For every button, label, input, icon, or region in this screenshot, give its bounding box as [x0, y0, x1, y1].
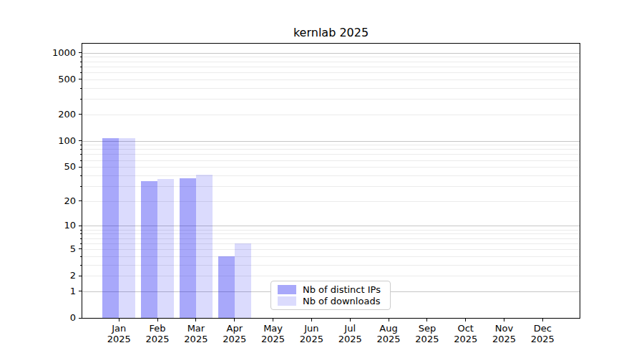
y-minor-tick-mark — [80, 62, 82, 62]
y-minor-tick-mark — [80, 149, 82, 150]
y-tick-mark — [79, 114, 82, 115]
grid-line-minor — [82, 149, 580, 150]
bar-downloads-apr — [235, 243, 251, 318]
grid-line-minor — [82, 175, 580, 176]
y-minor-tick-mark — [80, 230, 82, 231]
x-tick-mark — [273, 319, 273, 321]
grid-line-major — [82, 53, 580, 54]
y-tick-mark — [79, 140, 82, 141]
grid-line-minor — [82, 79, 580, 80]
y-minor-tick-mark — [80, 72, 82, 73]
y-tick-label: 5 — [33, 243, 76, 255]
x-tick-mark — [465, 319, 466, 321]
legend-item-distinct-ips: Nb of distinct IPs — [278, 284, 384, 295]
legend: Nb of distinct IPs Nb of downloads — [270, 281, 391, 310]
x-tick-mark — [426, 319, 427, 321]
y-minor-tick-mark — [80, 175, 82, 176]
legend-swatch-distinct-ips — [278, 285, 296, 294]
bar-downloads-feb — [157, 179, 174, 318]
bar-distinct-ips-feb — [141, 181, 157, 318]
x-tick-mark — [195, 319, 196, 321]
y-tick-mark — [79, 318, 82, 319]
y-tick-mark — [79, 52, 82, 53]
y-minor-tick-mark — [80, 99, 82, 100]
bar-distinct-ips-apr — [218, 256, 235, 318]
legend-item-downloads: Nb of downloads — [278, 296, 384, 306]
y-minor-tick-mark — [80, 243, 82, 244]
y-minor-tick-mark — [80, 57, 82, 57]
y-tick-mark — [79, 291, 82, 291]
bar-downloads-jan — [119, 138, 135, 318]
grid-line-minor — [82, 167, 580, 168]
bar-distinct-ips-jan — [102, 138, 119, 318]
y-minor-tick-mark — [80, 67, 82, 67]
y-minor-tick-mark — [80, 238, 82, 239]
grid-line-minor — [82, 154, 580, 155]
x-tick-mark — [119, 319, 119, 321]
x-tick-mark — [157, 319, 158, 321]
y-tick-mark — [79, 248, 82, 249]
chart-title: kernlab 2025 — [82, 26, 580, 39]
y-tick-label: 1 — [33, 286, 76, 297]
y-minor-tick-mark — [80, 186, 82, 187]
legend-swatch-downloads — [278, 296, 296, 306]
y-tick-label: 200 — [33, 109, 76, 120]
grid-line-major — [82, 141, 580, 142]
grid-line-minor — [82, 88, 580, 89]
grid-line-minor — [82, 57, 580, 57]
plot-area — [82, 43, 580, 319]
y-tick-mark — [79, 200, 82, 201]
y-tick-mark — [79, 276, 82, 276]
y-tick-label: 2 — [33, 270, 76, 281]
x-tick-mark — [350, 319, 351, 321]
y-tick-label: 500 — [33, 74, 76, 85]
y-tick-mark — [79, 167, 82, 168]
y-tick-label: 10 — [33, 220, 76, 231]
grid-line-minor — [82, 99, 580, 100]
y-tick-label: 50 — [33, 161, 76, 173]
x-tick-mark — [504, 319, 504, 321]
x-tick-label: Dec 2025 — [519, 323, 565, 344]
y-minor-tick-mark — [80, 154, 82, 155]
grid-line-minor — [82, 160, 580, 161]
bar-downloads-mar — [196, 175, 213, 318]
x-tick-mark — [311, 319, 312, 321]
y-tick-mark — [79, 226, 82, 226]
grid-line-minor — [82, 115, 580, 115]
y-minor-tick-mark — [80, 145, 82, 145]
grid-line-minor — [82, 62, 580, 62]
grid-line-minor — [82, 72, 580, 73]
x-tick-mark — [542, 319, 543, 321]
x-tick-mark — [389, 319, 389, 321]
y-tick-label: 1000 — [33, 47, 76, 59]
bar-distinct-ips-mar — [180, 178, 196, 318]
y-minor-tick-mark — [80, 88, 82, 89]
y-minor-tick-mark — [80, 256, 82, 257]
legend-label-distinct-ips: Nb of distinct IPs — [303, 284, 381, 295]
y-minor-tick-mark — [80, 233, 82, 234]
y-minor-tick-mark — [80, 160, 82, 161]
grid-line-minor — [82, 145, 580, 145]
legend-label-downloads: Nb of downloads — [303, 296, 380, 306]
download-stats-chart: kernlab 2025 01251020501002005001000Jan … — [0, 0, 644, 358]
grid-line-minor — [82, 67, 580, 67]
x-tick-mark — [234, 319, 235, 321]
y-tick-label: 0 — [33, 312, 76, 324]
y-tick-label: 20 — [33, 195, 76, 207]
y-minor-tick-mark — [80, 265, 82, 266]
y-tick-label: 100 — [33, 135, 76, 147]
y-tick-mark — [79, 79, 82, 79]
